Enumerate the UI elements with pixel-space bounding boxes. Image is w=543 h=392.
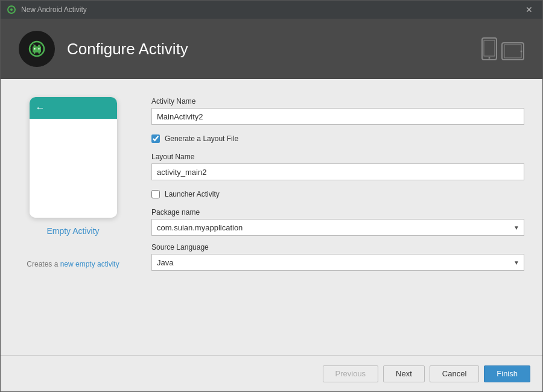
package-name-label: Package name — [151, 208, 524, 217]
generate-layout-row: Generate a Layout File — [151, 134, 524, 143]
header-title: Configure Activity — [67, 40, 481, 58]
back-arrow-icon: ← — [36, 103, 45, 113]
svg-point-9 — [34, 48, 35, 49]
content-area: ← Empty Activity Creates a new empty act… — [1, 79, 542, 355]
svg-rect-14 — [484, 40, 495, 56]
left-panel: ← Empty Activity Creates a new empty act… — [19, 97, 127, 343]
footer: Previous Next Cancel Finish — [1, 355, 542, 391]
svg-rect-4 — [33, 46, 41, 52]
android-logo-icon — [26, 38, 48, 60]
source-language-select-wrapper: Java Kotlin ▼ — [151, 254, 524, 271]
package-name-select-wrapper: com.suian.myapplication ▼ — [151, 219, 524, 236]
activity-name-label: Activity Name — [151, 97, 524, 106]
window-title: New Android Activity — [21, 5, 522, 14]
phone-body — [30, 119, 117, 218]
layout-name-input[interactable] — [151, 163, 524, 180]
phone-preview: ← — [30, 97, 117, 218]
activity-type-label: Empty Activity — [46, 226, 99, 236]
logo-container — [19, 31, 55, 67]
launcher-activity-checkbox[interactable] — [151, 190, 160, 198]
phone-icon — [481, 37, 498, 60]
generate-layout-checkbox[interactable] — [151, 134, 160, 143]
launcher-activity-label[interactable]: Launcher Activity — [165, 190, 220, 198]
close-button[interactable]: ✕ — [522, 4, 536, 16]
package-name-select[interactable]: com.suian.myapplication — [151, 219, 524, 236]
activity-name-group: Activity Name — [151, 97, 524, 125]
android-studio-icon — [7, 5, 16, 14]
svg-point-18 — [521, 51, 522, 52]
activity-name-input[interactable] — [151, 108, 524, 125]
activity-description: Creates a new empty activity — [27, 260, 119, 268]
new-empty-activity-link[interactable]: new empty activity — [60, 260, 119, 268]
svg-point-10 — [38, 48, 39, 49]
previous-button[interactable]: Previous — [323, 365, 379, 382]
title-bar: New Android Activity ✕ — [1, 1, 542, 19]
source-language-label: Source Language — [151, 243, 524, 251]
header: Configure Activity — [1, 19, 542, 79]
right-panel: Activity Name Generate a Layout File Lay… — [151, 97, 524, 343]
layout-name-group: Layout Name — [151, 153, 524, 180]
phone-toolbar: ← — [30, 97, 117, 119]
cancel-button[interactable]: Cancel — [430, 365, 479, 382]
device-icons — [481, 37, 524, 60]
generate-layout-label[interactable]: Generate a Layout File — [165, 134, 238, 143]
package-name-group: Package name com.suian.myapplication ▼ — [151, 208, 524, 236]
source-language-group: Source Language Java Kotlin ▼ — [151, 243, 524, 271]
svg-rect-13 — [482, 38, 497, 60]
window: New Android Activity ✕ — [0, 0, 543, 392]
tablet-icon — [501, 42, 524, 60]
svg-point-15 — [489, 57, 491, 59]
svg-rect-12 — [39, 51, 40, 54]
launcher-activity-row: Launcher Activity — [151, 190, 524, 198]
source-language-select[interactable]: Java Kotlin — [151, 254, 524, 271]
svg-rect-17 — [504, 45, 521, 58]
svg-point-1 — [10, 8, 13, 11]
svg-rect-11 — [34, 51, 36, 54]
next-button[interactable]: Next — [383, 365, 425, 382]
finish-button[interactable]: Finish — [484, 365, 530, 382]
layout-name-label: Layout Name — [151, 153, 524, 161]
